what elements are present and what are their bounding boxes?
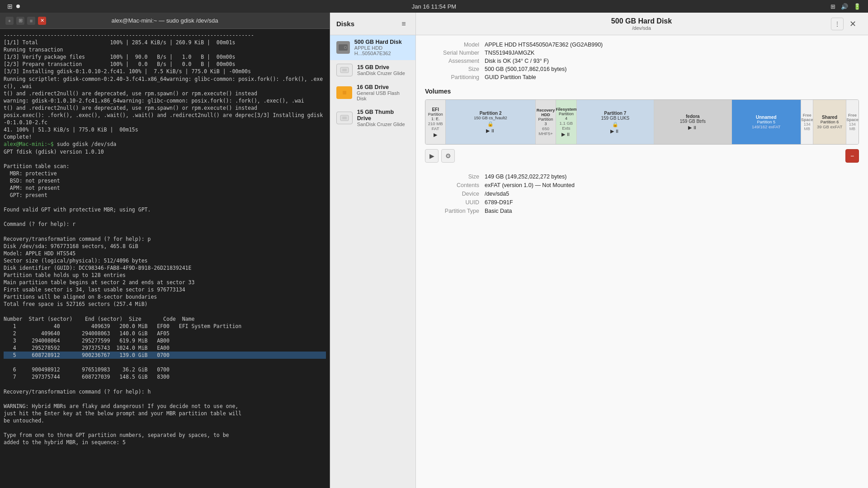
play-button[interactable]: ▶ xyxy=(425,149,439,163)
svg-rect-6 xyxy=(343,91,346,94)
partition-controls: ▶ ⚙ − xyxy=(425,149,859,163)
terminal-menu-button[interactable]: ≡ xyxy=(27,17,35,25)
apple-icon: ⊞ xyxy=(7,3,13,10)
partitioning-row: Partitioning GUID Partition Table xyxy=(425,74,859,80)
fedora-pause-icon: ⏸ xyxy=(693,125,698,130)
partition-freespace2[interactable]: Free Space 134 MB xyxy=(846,100,859,144)
terminal-body: ----------------------------------------… xyxy=(0,29,330,488)
p2-play-icon: ▶ xyxy=(486,128,490,133)
partition-6[interactable]: Shared Partition 6 39 GB exFAT xyxy=(813,100,846,144)
usb15-sub: SanDisk Cruzer Glide xyxy=(357,70,405,76)
model-value: APPLE HDD HTS545050A7E362 (GG2AB990) xyxy=(485,42,603,48)
fs-play-icon: ▶ xyxy=(561,131,565,137)
usb2-icon-svg xyxy=(339,113,350,122)
terminal-grid-button[interactable]: ⊞ xyxy=(16,17,24,25)
clock: Jan 16 11:54 PM xyxy=(412,3,456,10)
disk-detail-actions: ⋮ ✕ xyxy=(831,18,859,30)
hd-icon xyxy=(336,41,350,54)
detail-subtitle-text: /dev/sda xyxy=(632,25,651,31)
terminal-controls: + ⊞ ≡ ✕ xyxy=(5,17,46,25)
detail-close-button[interactable]: ✕ xyxy=(846,18,859,30)
partition-2[interactable]: Partition 2 150 GB cs_fvault2 🔒 ▶ ⏸ xyxy=(446,100,536,144)
partition-device-row: Device /dev/sda5 xyxy=(425,191,859,197)
serial-value: TNS51949JAMGZK xyxy=(485,50,534,56)
battery-icon: 🔋 xyxy=(854,3,861,10)
top-bar: ⊞ Jan 16 11:54 PM ⊞ 🔊 🔋 xyxy=(0,0,868,13)
fs-pause-icon: ⏸ xyxy=(566,131,571,137)
volumes-title: Volumes xyxy=(425,88,859,95)
network-icon: ⊞ xyxy=(830,3,835,10)
usb16-info: 16 GB Drive General USB Flash Disk xyxy=(357,84,409,101)
partition-5-selected[interactable]: Unnamed Partition 5 149/162 exFAT xyxy=(732,100,801,144)
partition-device-label: Device xyxy=(425,191,479,197)
hd500-info: 500 GB Hard Disk APPLE HDD H...5050A7E36… xyxy=(354,39,409,56)
disk-detail-title: 500 GB Hard Disk /dev/sda xyxy=(611,17,672,31)
terminal-window: + ⊞ ≡ ✕ alex@Mac-mini:~ — sudo gdisk /de… xyxy=(0,13,330,488)
partition-7[interactable]: Partition 7 159 GB LUKS 🔒 ▶ ⏸ xyxy=(577,100,655,144)
assessment-row: Assessment Disk is OK (34° C / 93° F) xyxy=(425,58,859,64)
sidebar-item-usb16[interactable]: 16 GB Drive General USB Flash Disk xyxy=(330,80,415,105)
partition-size-value: 149 GB (149,252,022,272 bytes) xyxy=(485,174,566,180)
partition-type-value: Basic Data xyxy=(485,208,512,214)
sidebar-item-usb15[interactable]: 15 GB Drive SanDisk Cruzer Glide xyxy=(330,60,415,80)
partitioning-value: GUID Partition Table xyxy=(485,74,536,80)
partition-uuid-value: 6789-D91F xyxy=(485,199,513,206)
p2-pause-icon: ⏸ xyxy=(491,128,495,133)
size-label: Size xyxy=(425,66,479,72)
selected-partition-detail: Size 149 GB (149,252,022,272 bytes) Cont… xyxy=(416,172,868,218)
sidebar-title: Disks xyxy=(336,20,354,28)
usb15b-icon xyxy=(336,112,353,124)
partition-efi[interactable]: EFI Partition 1: E. 210 MB FAT ▶ xyxy=(425,100,446,144)
usb15-info: 15 GB Drive SanDisk Cruzer Glide xyxy=(357,64,405,76)
sidebar-menu-button[interactable]: ≡ xyxy=(398,19,409,29)
partitioning-label: Partitioning xyxy=(425,74,479,80)
settings-button[interactable]: ⚙ xyxy=(441,149,455,163)
flash-icon-svg xyxy=(339,88,350,97)
prompt-1: alex@Mac-mini:~$ xyxy=(4,141,54,147)
p7-pause-icon: ⏸ xyxy=(615,128,620,134)
terminal-new-button[interactable]: + xyxy=(5,17,14,25)
sidebar-item-hd500[interactable]: 500 GB Hard Disk APPLE HDD H...5050A7E36… xyxy=(330,35,415,60)
top-bar-right: ⊞ 🔊 🔋 xyxy=(830,3,861,10)
disk-detail: 500 GB Hard Disk /dev/sda ⋮ ✕ Model APPL… xyxy=(416,13,868,488)
size-value: 500 GB (500,107,862,016 bytes) xyxy=(485,66,566,72)
partition-freespace1[interactable]: Free Space 134 MB xyxy=(801,100,813,144)
size-row: Size 500 GB (500,107,862,016 bytes) xyxy=(425,66,859,72)
hd-icon-svg xyxy=(338,43,349,52)
disk-detail-header: 500 GB Hard Disk /dev/sda ⋮ ✕ xyxy=(416,13,868,35)
detail-more-button[interactable]: ⋮ xyxy=(831,18,844,30)
volumes-section: Volumes EFI Partition 1: E. 210 MB FAT ▶ xyxy=(416,86,868,172)
partition-contents-value: exFAT (version 1.0) — Not Mounted xyxy=(485,182,575,188)
serial-label: Serial Number xyxy=(425,50,479,56)
partition-contents-label: Contents xyxy=(425,182,479,188)
terminal-title: alex@Mac-mini:~ — sudo gdisk /dev/sda xyxy=(111,17,218,24)
partition-type-label: Partition Type xyxy=(425,208,479,214)
hd500-sub: APPLE HDD H...5050A7E362 xyxy=(354,45,409,56)
cmd-1: sudo gdisk /dev/sda xyxy=(54,141,116,147)
terminal-titlebar: + ⊞ ≡ ✕ alex@Mac-mini:~ — sudo gdisk /de… xyxy=(0,13,330,29)
partition-recovery[interactable]: Recovery HDD Partition 3 650 MHF5+ xyxy=(536,100,556,144)
usb16-icon xyxy=(336,86,352,99)
wifi-indicator xyxy=(16,5,20,8)
assessment-label: Assessment xyxy=(425,58,479,64)
usb16-name: 16 GB Drive xyxy=(357,84,409,90)
partition-fs[interactable]: Filesystem Partition 4 1.1 GB Exts ▶ ⏸ xyxy=(556,100,576,144)
p7-lock-icon: 🔒 xyxy=(612,122,618,127)
volume-icon: 🔊 xyxy=(841,3,848,10)
usb-icon-svg xyxy=(339,66,350,75)
top-bar-left: ⊞ xyxy=(7,3,20,10)
partition-fedora[interactable]: fedora 159 GB Btrfs ▶ ⏸ xyxy=(654,100,732,144)
p7-play-icon: ▶ xyxy=(610,128,614,134)
delete-button[interactable]: − xyxy=(845,149,859,163)
model-label: Model xyxy=(425,42,479,48)
hd500-name: 500 GB Hard Disk xyxy=(354,39,409,45)
partition-size-row: Size 149 GB (149,252,022,272 bytes) xyxy=(425,174,859,180)
disks-panel: Disks ≡ 500 GB Hard Disk APPLE HDD H...5… xyxy=(330,13,868,488)
time-display: Jan 16 11:54 PM xyxy=(412,3,456,10)
terminal-close-button[interactable]: ✕ xyxy=(38,17,46,25)
serial-row: Serial Number TNS51949JAMGZK xyxy=(425,50,859,56)
detail-title-text: 500 GB Hard Disk xyxy=(611,17,672,25)
sidebar-item-usb15b[interactable]: 15 GB Thumb Drive SanDisk Cruzer Glide xyxy=(330,105,415,131)
disk-info-table: Model APPLE HDD HTS545050A7E362 (GG2AB99… xyxy=(416,35,868,86)
p2-lock-icon: 🔒 xyxy=(487,121,494,127)
